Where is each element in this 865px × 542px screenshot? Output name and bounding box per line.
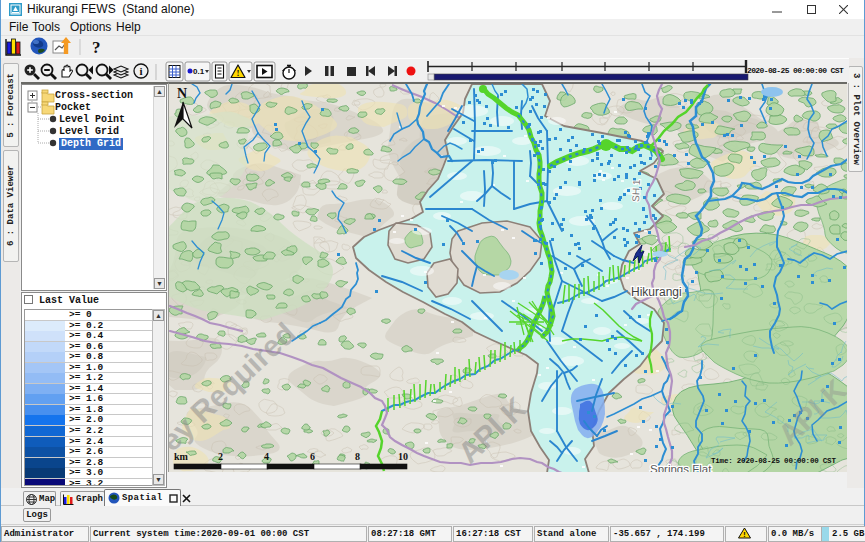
svg-text:!: ! (742, 530, 747, 539)
svg-text:Hikurangi: Hikurangi (631, 285, 682, 299)
svg-text:4: 4 (264, 451, 269, 462)
svg-text:2: 2 (218, 451, 223, 462)
svg-text:?: ? (92, 38, 101, 57)
svg-text:Time: 2020-08-25 00:00:00 CST: Time: 2020-08-25 00:00:00 CST (711, 457, 836, 465)
svg-text:N: N (177, 86, 187, 101)
svg-text:SH 1: SH 1 (630, 179, 642, 202)
svg-text:i: i (139, 65, 142, 77)
svg-text:6: 6 (310, 451, 315, 462)
svg-text:8: 8 (355, 451, 360, 462)
svg-text:!: ! (237, 68, 240, 78)
svg-text:0.1: 0.1 (193, 67, 205, 76)
svg-text:10: 10 (398, 451, 408, 462)
svg-text:km: km (174, 451, 189, 462)
svg-text:Springs Flat: Springs Flat (650, 463, 712, 472)
